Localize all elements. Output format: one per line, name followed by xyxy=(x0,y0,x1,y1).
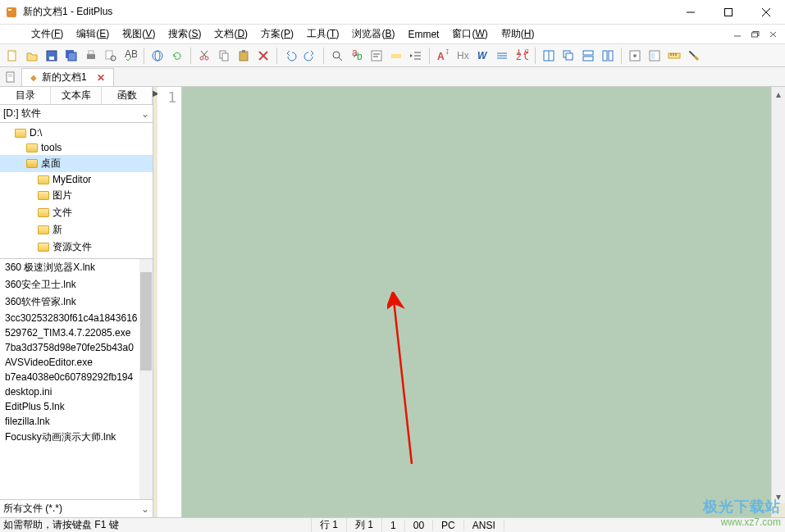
menu-方案[interactable]: 方案(P) xyxy=(254,25,300,43)
sidebar-tab-directory[interactable]: 目录 xyxy=(0,87,51,104)
svg-point-22 xyxy=(155,51,160,61)
redo-button[interactable] xyxy=(301,47,319,65)
menu-工具[interactable]: 工具(T) xyxy=(300,25,345,43)
file-item[interactable]: 3cc302532830f61c4a1843616 xyxy=(0,311,153,325)
folder-item[interactable]: 资源文件 xyxy=(0,239,153,256)
file-item[interactable]: EditPlus 5.lnk xyxy=(0,399,153,414)
folder-label: 桌面 xyxy=(41,157,61,171)
editor-vertical-scrollbar[interactable]: ▴ ▾ xyxy=(771,87,785,517)
status-lines: 1 xyxy=(382,520,405,531)
menu-搜索[interactable]: 搜索(S) xyxy=(162,25,208,43)
svg-point-62 xyxy=(633,54,637,57)
folder-item[interactable]: D:\ xyxy=(0,125,153,140)
new-file-button[interactable] xyxy=(3,47,21,65)
file-item[interactable]: b7ea4038e0c60789292fb194 xyxy=(0,370,153,384)
file-item[interactable]: AVSVideoEditor.exe xyxy=(0,355,153,370)
menu-文档[interactable]: 文档(D) xyxy=(208,25,254,43)
folder-item[interactable]: 图片 xyxy=(0,187,153,204)
file-item[interactable]: desktop.ini xyxy=(0,384,153,399)
whitespace-button[interactable] xyxy=(493,47,511,65)
columns-button[interactable]: 1 AB2 CD xyxy=(513,47,531,65)
reload-button[interactable] xyxy=(168,47,186,65)
menu-文件[interactable]: 文件(F) xyxy=(25,25,70,43)
scrollbar-thumb[interactable] xyxy=(140,272,152,371)
svg-text:2 CD: 2 CD xyxy=(516,51,528,62)
ruler-button[interactable] xyxy=(665,47,683,65)
text-area[interactable] xyxy=(182,87,771,517)
window-split-button[interactable] xyxy=(540,47,558,65)
file-item[interactable]: 360 极速浏览器X.lnk xyxy=(0,259,153,276)
status-bar: 如需帮助，请按键盘 F1 键 行 1 列 1 1 00 PC ANSI xyxy=(0,517,785,532)
sidebar-tab-cliptext[interactable]: 文本库 xyxy=(51,87,102,104)
sidebar-tab-functions[interactable]: 函数 xyxy=(102,87,153,104)
file-item[interactable]: 360安全卫士.lnk xyxy=(0,276,153,293)
folder-item[interactable]: MyEditor xyxy=(0,172,153,187)
menu-编辑[interactable]: 编辑(E) xyxy=(70,25,116,43)
delete-button[interactable] xyxy=(254,47,272,65)
copy-button[interactable] xyxy=(215,47,233,65)
mdi-minimize-button[interactable] xyxy=(729,28,746,41)
svg-rect-18 xyxy=(106,51,112,59)
menu-Emmet[interactable]: Emmet xyxy=(401,26,445,43)
font-larger-button[interactable]: A↕ xyxy=(434,47,452,65)
menu-帮助[interactable]: 帮助(H) xyxy=(495,25,541,43)
tools-button[interactable] xyxy=(626,47,644,65)
document-tab-bar: ◆ 新的文档1 ✕ xyxy=(0,67,785,87)
find-button[interactable] xyxy=(328,47,346,65)
scroll-down-icon[interactable]: ▾ xyxy=(772,489,785,503)
chevron-down-icon: ⌄ xyxy=(141,503,149,515)
paste-button[interactable] xyxy=(235,47,253,65)
svg-point-33 xyxy=(333,52,340,58)
file-list-scrollbar[interactable] xyxy=(139,259,153,499)
mdi-restore-button[interactable] xyxy=(747,28,764,41)
columns-sel-button[interactable] xyxy=(646,47,664,65)
folder-item[interactable]: tools xyxy=(0,140,153,155)
undo-button[interactable] xyxy=(281,47,299,65)
window-tile-v-button[interactable] xyxy=(599,47,617,65)
window-cascade-button[interactable] xyxy=(559,47,577,65)
folder-item[interactable]: 新 xyxy=(0,221,153,239)
window-title: 新的文档1 - EditPlus xyxy=(23,5,672,19)
folder-label: 文件 xyxy=(52,206,72,220)
highlight-button[interactable] xyxy=(387,47,405,65)
file-item[interactable]: Focusky动画演示大师.lnk xyxy=(0,429,153,446)
browser-button[interactable] xyxy=(148,47,167,65)
replace-button[interactable]: ab xyxy=(348,47,366,65)
scroll-up-icon[interactable]: ▴ xyxy=(772,87,785,101)
print-preview-button[interactable] xyxy=(102,47,120,65)
folder-item[interactable]: 桌面 xyxy=(0,155,153,172)
drive-selector[interactable]: [D:] 软件 ⌄ xyxy=(0,105,153,123)
menu-浏览器[interactable]: 浏览器(B) xyxy=(345,25,401,43)
mdi-close-button[interactable] xyxy=(765,28,782,41)
title-bar: 新的文档1 - EditPlus xyxy=(0,0,785,25)
print-button[interactable] xyxy=(82,47,100,65)
file-filter-selector[interactable]: 所有文件 (*.*) ⌄ xyxy=(0,499,153,517)
save-button[interactable] xyxy=(43,47,61,65)
close-button[interactable] xyxy=(747,0,785,25)
indent-button[interactable] xyxy=(407,47,425,65)
folder-item[interactable]: 文件 xyxy=(0,204,153,221)
tab-close-icon[interactable]: ✕ xyxy=(97,72,105,84)
spell-check-button[interactable]: ABC xyxy=(121,47,139,65)
document-tab[interactable]: ◆ 新的文档1 ✕ xyxy=(21,68,114,86)
maximize-button[interactable] xyxy=(710,0,747,25)
file-item[interactable]: 7ba3d3758d98e70fe25b43a0 xyxy=(0,340,153,355)
document-icon xyxy=(3,70,18,84)
file-item[interactable]: filezilla.lnk xyxy=(0,414,153,429)
cut-button[interactable] xyxy=(195,47,213,65)
svg-line-34 xyxy=(339,57,342,61)
save-all-button[interactable] xyxy=(62,47,80,65)
window-tile-h-button[interactable] xyxy=(579,47,597,65)
menu-视图[interactable]: 视图(V) xyxy=(116,25,162,43)
svg-rect-30 xyxy=(242,50,245,52)
toolbar: ABCabA↕HxW1 AB2 CD xyxy=(0,44,785,67)
hex-button[interactable]: Hx xyxy=(454,47,472,65)
menu-窗口[interactable]: 窗口(W) xyxy=(445,25,494,43)
word-wrap-button[interactable] xyxy=(367,47,386,65)
minimize-button[interactable] xyxy=(672,0,710,25)
file-item[interactable]: 360软件管家.lnk xyxy=(0,293,153,311)
settings-button[interactable] xyxy=(685,47,703,65)
word-button[interactable]: W xyxy=(473,47,491,65)
file-item[interactable]: 529762_TIM3.4.7.22085.exe xyxy=(0,325,153,340)
open-file-button[interactable] xyxy=(23,47,41,65)
